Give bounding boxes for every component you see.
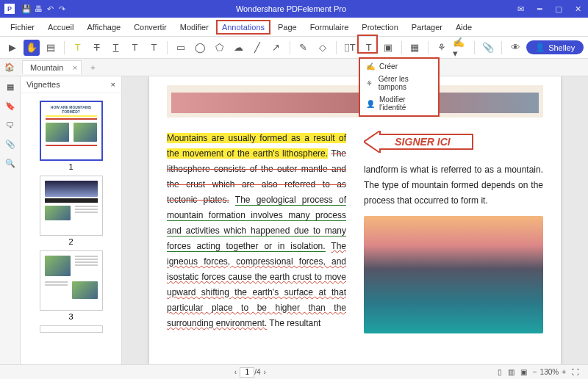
menu-partager[interactable]: Partager <box>406 20 448 35</box>
zoom-level: 130% <box>540 368 559 376</box>
menu-annotations[interactable]: Annotations <box>216 20 270 35</box>
titlebar: P 💾 🖶 ↶ ↷ Wondershare PDFelement Pro ✉ ━… <box>0 0 588 18</box>
dropdown-modify-identity[interactable]: 👤Modifier l'identité <box>360 93 438 114</box>
hero-image <box>167 85 543 118</box>
document-tab[interactable]: Mountain × <box>22 60 82 74</box>
hand-tool[interactable]: ✋ <box>24 40 40 56</box>
tab-label: Mountain <box>30 63 63 72</box>
create-sig-icon: ✍ <box>366 62 375 71</box>
dropdown-create[interactable]: ✍Créer <box>360 60 438 73</box>
thumbnail-2[interactable] <box>40 176 103 236</box>
workarea: ▦ 🔖 🗨 📎 🔍 Vignettes × HOW ARE MOUNTAINS … <box>0 76 588 364</box>
arrow-tool[interactable]: ↗ <box>268 40 284 56</box>
maximize-icon[interactable]: ▢ <box>553 4 564 14</box>
home-icon[interactable]: 🏠 <box>4 62 15 72</box>
view-facing-icon[interactable]: ▣ <box>517 368 530 376</box>
stamp-tool[interactable]: ⚘ <box>434 40 450 56</box>
callout-tool[interactable]: ▣ <box>380 40 396 56</box>
thumbnails-header: Vignettes × <box>21 76 121 93</box>
cloud-tool[interactable]: ☁ <box>230 40 246 56</box>
tab-close-icon[interactable]: × <box>73 63 77 72</box>
right-body-text: landform is what is referred to as a mou… <box>364 162 543 209</box>
plain-text-tail: The resultant <box>269 318 320 328</box>
strike-tool[interactable]: T <box>89 40 105 56</box>
typewriter-tool[interactable]: T <box>361 40 377 56</box>
note-tool[interactable]: ▤ <box>43 40 59 56</box>
right-column: SIGNER ICI landform is what is referred … <box>364 131 543 333</box>
close-icon[interactable]: ✕ <box>572 4 584 14</box>
menu-fichier[interactable]: Fichier <box>4 20 40 35</box>
mail-icon[interactable]: ✉ <box>514 4 526 14</box>
attachments-panel-icon[interactable]: 📎 <box>4 138 16 150</box>
dropdown-manage-stamps[interactable]: ⚘Gérer les tampons <box>360 73 438 93</box>
menu-modifier[interactable]: Modifier <box>174 20 215 35</box>
zoom-out-button[interactable]: − <box>530 368 540 376</box>
attachment-tool[interactable]: 📎 <box>480 40 496 56</box>
minimize-icon[interactable]: ━ <box>534 4 545 14</box>
oval-tool[interactable]: ◯ <box>192 40 208 56</box>
menu-affichage[interactable]: Affichage <box>81 20 126 35</box>
redo-icon[interactable]: ↷ <box>56 4 68 14</box>
menu-accueil[interactable]: Accueil <box>42 20 79 35</box>
app-logo: P <box>4 4 15 14</box>
hide-annotations-tool[interactable]: 👁 <box>507 40 523 56</box>
thumbnail-3[interactable] <box>40 250 103 311</box>
sign-here-stamp[interactable]: SIGNER ICI <box>364 131 474 153</box>
new-tab-button[interactable]: + <box>86 62 99 73</box>
left-column: Mountains are usually formed as a result… <box>167 131 346 333</box>
menu-protection[interactable]: Protection <box>356 20 404 35</box>
user-name: Shelley <box>548 43 575 52</box>
undo-icon[interactable]: ↶ <box>44 4 56 14</box>
thumb-number: 2 <box>21 237 121 246</box>
zoom-in-button[interactable]: + <box>559 368 569 376</box>
thumb-number: 1 <box>21 162 121 171</box>
thumbnail-4[interactable] <box>40 325 103 333</box>
menu-formulaire[interactable]: Formulaire <box>304 20 355 35</box>
menu-page[interactable]: Page <box>272 20 303 35</box>
user-button[interactable]: 👤 Shelley <box>526 40 584 54</box>
page-number-input[interactable] <box>240 367 254 378</box>
prev-page-button[interactable]: ‹ <box>232 368 240 376</box>
bookmarks-panel-icon[interactable]: 🔖 <box>4 100 16 112</box>
select-tool[interactable]: ▶ <box>4 40 21 56</box>
search-panel-icon[interactable]: 🔍 <box>4 157 16 169</box>
thumbnails-panel-icon[interactable]: ▦ <box>4 81 16 93</box>
save-icon[interactable]: 💾 <box>21 4 32 14</box>
textbox-tool[interactable]: ⌷T <box>342 40 358 56</box>
eraser-tool[interactable]: ◇ <box>315 40 331 56</box>
document-tabbar: 🏠 Mountain × + <box>0 59 588 76</box>
document-canvas[interactable]: Mountains are usually formed as a result… <box>122 76 588 364</box>
panel-close-icon[interactable]: × <box>111 80 115 89</box>
rect-tool[interactable]: ▭ <box>173 40 189 56</box>
annotation-toolbar: ▶ ✋ ▤ T T T T T ▭ ◯ ⬠ ☁ ╱ ↗ ✎ ◇ ⌷T T ▣ ▦… <box>0 37 588 59</box>
pencil-tool[interactable]: ✎ <box>295 40 312 56</box>
comments-panel-icon[interactable]: 🗨 <box>4 119 16 131</box>
highlight-tool[interactable]: T <box>70 40 86 56</box>
polygon-tool[interactable]: ⬠ <box>211 40 227 56</box>
highlighted-text[interactable]: Mountains are usually formed as a result… <box>167 133 346 159</box>
page-view: Mountains are usually formed as a result… <box>149 76 561 364</box>
fullscreen-icon[interactable]: ⛶ <box>569 368 582 376</box>
stamp-label: SIGNER ICI <box>395 136 451 148</box>
view-single-icon[interactable]: ▯ <box>495 368 505 376</box>
underline-tool[interactable]: T <box>108 40 124 56</box>
thumbnails-list: HOW ARE MOUNTAINS FORMED? 1 2 <box>21 93 121 364</box>
menu-convertir[interactable]: Convertir <box>128 20 173 35</box>
view-continuous-icon[interactable]: ▥ <box>505 368 517 376</box>
thumbnails-title: Vignettes <box>26 80 60 89</box>
area-highlight-tool[interactable]: ▦ <box>407 40 423 56</box>
print-icon[interactable]: 🖶 <box>32 4 44 13</box>
squiggly-text[interactable]: The igneous forces, compressional forces… <box>167 241 346 328</box>
signature-dropdown: ✍Créer ⚘Gérer les tampons 👤Modifier l'id… <box>359 57 440 117</box>
window-title: Wondershare PDFelement Pro <box>68 4 514 13</box>
next-page-button[interactable]: › <box>261 368 269 376</box>
squiggly-tool[interactable]: T <box>127 40 143 56</box>
statusbar: ‹ /4 › ▯ ▥ ▣ − 130% + ⛶ <box>0 364 588 379</box>
line-tool[interactable]: ╱ <box>249 40 265 56</box>
thumb-number: 3 <box>21 312 121 321</box>
signature-tool[interactable]: ✍▾ <box>453 40 469 56</box>
thumbnail-1[interactable]: HOW ARE MOUNTAINS FORMED? <box>40 101 103 161</box>
mountain-image <box>364 216 543 333</box>
menu-aide[interactable]: Aide <box>450 20 478 35</box>
caret-tool[interactable]: T <box>146 40 162 56</box>
